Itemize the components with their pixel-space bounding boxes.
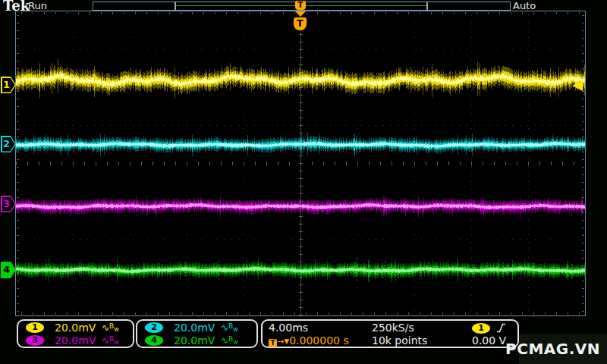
channel-1-marker[interactable]: 1 xyxy=(1,77,16,93)
channel-3-marker[interactable]: 3 xyxy=(1,196,16,212)
scope-graticule xyxy=(15,11,586,316)
channel-1-coupling-icons: ∿Bw xyxy=(102,322,119,333)
channel-3-coupling-icons: ∿Bw xyxy=(102,335,119,346)
record-view-right-bracket xyxy=(426,2,428,10)
trigger-t-icon: T xyxy=(269,339,277,347)
record-view-trigger-marker[interactable]: T xyxy=(295,1,306,10)
horizontal-trigger-readout[interactable]: 4.00ms T→▼0.000000 s 250kS/s 10k points … xyxy=(261,319,519,348)
waveform-display xyxy=(16,11,585,315)
trigger-source-badge: 1 xyxy=(472,323,490,334)
trigger-position-arrow-icon xyxy=(295,11,306,17)
channel-2-marker-label: 2 xyxy=(2,138,11,150)
record-view-left-bracket xyxy=(175,2,176,10)
channel-4-marker-label: 4 xyxy=(2,264,11,276)
ac-coupling-icon: ∿ xyxy=(102,335,109,346)
trigger-delay-value: 0.000000 s xyxy=(289,334,349,347)
ac-coupling-icon: ∿ xyxy=(102,322,109,333)
channel-3-scale: 20.0mV xyxy=(55,334,102,347)
trigger-level-arrow-icon[interactable] xyxy=(572,80,583,91)
channel-3-readout-row: 3 20.0mV ∿Bw xyxy=(18,334,133,347)
channel-1-marker-label: 1 xyxy=(2,79,11,91)
trigger-level-value: 0.00 V xyxy=(472,334,507,347)
rising-edge-icon xyxy=(495,322,507,334)
channel-4-marker[interactable]: 4 xyxy=(1,262,16,278)
acquisition-status: Run xyxy=(28,0,47,11)
channel-4-badge: 4 xyxy=(145,335,163,346)
watermark: PCMAG.VN xyxy=(505,340,600,358)
channel-1-scale: 20.0mV xyxy=(55,322,102,334)
ac-coupling-icon: ∿ xyxy=(221,322,228,333)
channel-4-readout-row: 4 20.0mV ∿Bw xyxy=(137,334,256,347)
channel-1-badge: 1 xyxy=(26,322,44,333)
channel-4-coupling-icons: ∿Bw xyxy=(221,335,238,346)
channel-3-marker-label: 3 xyxy=(2,198,11,210)
trigger-delay-row: T→▼0.000000 s xyxy=(269,334,372,347)
channel-2-coupling-icons: ∿Bw xyxy=(221,322,238,333)
channel-2-4-readout[interactable]: 2 20.0mV ∿Bw 4 20.0mV ∿Bw xyxy=(136,319,258,348)
time-per-division: 4.00ms xyxy=(269,322,372,334)
channel-2-badge: 2 xyxy=(145,322,163,333)
channel-1-3-readout[interactable]: 1 20.0mV ∿Bw 3 20.0mV ∿Bw xyxy=(17,319,134,348)
trigger-mode-status: Auto xyxy=(513,0,536,11)
channel-2-scale: 20.0mV xyxy=(174,322,221,334)
channel-4-scale: 20.0mV xyxy=(174,334,221,347)
record-length: 10k points xyxy=(372,334,455,347)
arrow-right-icon: → xyxy=(277,337,284,347)
channel-1-readout-row: 1 20.0mV ∿Bw xyxy=(18,321,133,334)
channel-2-readout-row: 2 20.0mV ∿Bw xyxy=(137,321,256,334)
channel-2-marker[interactable]: 2 xyxy=(1,136,16,152)
ac-coupling-icon: ∿ xyxy=(221,335,228,346)
channel-3-badge: 3 xyxy=(26,335,44,346)
trigger-position-marker[interactable]: T xyxy=(294,17,307,30)
sample-rate: 250kS/s xyxy=(372,322,455,334)
